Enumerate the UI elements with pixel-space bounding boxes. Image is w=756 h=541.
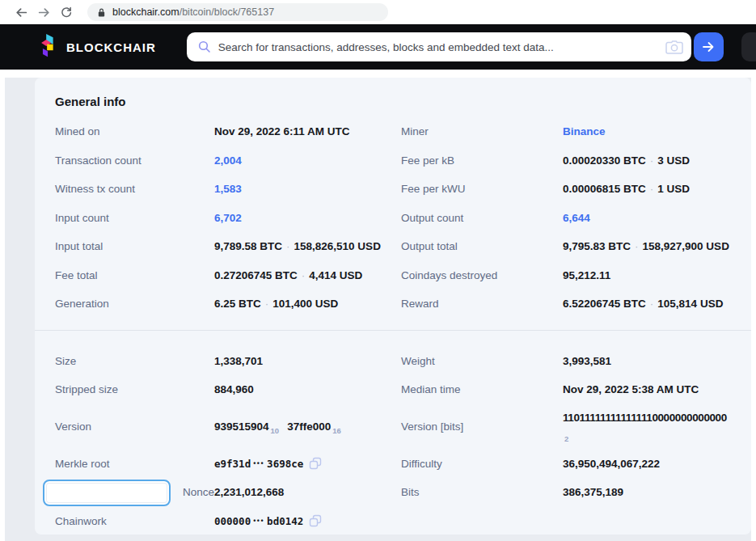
row-value-link[interactable]: 1,583 bbox=[214, 183, 242, 195]
binary-line: 110111111111111110000000000000 bbox=[563, 410, 727, 427]
general-info-grid: Mined onNov 29, 2022 6:11 AM UTCMinerBin… bbox=[55, 117, 751, 319]
row-label: Transaction count bbox=[55, 146, 214, 175]
row-label-text: Transaction count bbox=[55, 154, 141, 167]
row-value-text: 2,231,012,668 bbox=[214, 486, 284, 498]
blockchair-logo[interactable]: BLOCKCHAIR bbox=[39, 34, 156, 60]
site-header: BLOCKCHAIR bbox=[0, 24, 756, 70]
row-label: Chainwork bbox=[55, 507, 214, 535]
row-value-text: 95,212.11 bbox=[563, 269, 610, 281]
dot-separator: · bbox=[265, 298, 269, 310]
camera-icon bbox=[665, 40, 683, 55]
row-value: 3,993,581 bbox=[563, 347, 751, 376]
row-value-link[interactable]: 2,004 bbox=[214, 154, 242, 167]
row-value: 0.00020330 BTC·3 USD bbox=[563, 146, 751, 175]
btc-amount: 0.00006815 BTC bbox=[563, 183, 646, 195]
row-label-text: Reward bbox=[401, 298, 439, 310]
row-label: Weight bbox=[401, 347, 563, 376]
forward-arrow-icon bbox=[37, 6, 51, 19]
copy-icon bbox=[309, 457, 322, 470]
binary-base-line: 2 bbox=[563, 427, 568, 444]
row-label-text: Output total bbox=[401, 240, 458, 252]
hash-mask: ••• bbox=[253, 517, 264, 525]
row-value-link[interactable]: 6,702 bbox=[214, 212, 242, 224]
row-value: 1,583 bbox=[214, 175, 401, 204]
hash-start: 000000 bbox=[214, 515, 251, 527]
row-value: 36,950,494,067,222 bbox=[563, 450, 751, 479]
row-label: Mined on bbox=[55, 117, 214, 146]
usd-amount: 158,927,900 USD bbox=[643, 240, 729, 252]
row-value-text: 36,950,494,067,222 bbox=[563, 458, 660, 470]
header-menu-button[interactable] bbox=[741, 32, 756, 61]
search-icon bbox=[197, 40, 212, 54]
row-value: 95,212.11 bbox=[563, 261, 751, 290]
reload-icon bbox=[60, 6, 73, 19]
search-field[interactable] bbox=[187, 32, 691, 61]
usd-amount: 1 USD bbox=[657, 183, 690, 195]
url-domain: blockchair.com bbox=[112, 6, 179, 18]
base-value: 939515904 bbox=[214, 421, 269, 433]
address-bar[interactable]: blockchair.com/bitcoin/block/765137 bbox=[87, 3, 388, 21]
row-label: Reward bbox=[401, 290, 563, 319]
camera-search-button[interactable] bbox=[665, 40, 683, 55]
row-label-text: Input count bbox=[55, 212, 109, 224]
block-info-card: General info Mined onNov 29, 2022 6:11 A… bbox=[35, 78, 751, 535]
btc-amount: 0.27206745 BTC bbox=[214, 269, 298, 281]
dot-separator: · bbox=[286, 240, 290, 252]
reload-button[interactable] bbox=[55, 2, 78, 22]
btc-amount: 0.00020330 BTC bbox=[563, 154, 646, 167]
dot-separator: · bbox=[635, 240, 639, 252]
row-label-text: Version [bits] bbox=[401, 421, 463, 433]
usd-amount: 105,814 USD bbox=[657, 298, 723, 310]
row-value: 1,338,701 bbox=[214, 347, 401, 376]
row-value: 0.27206745 BTC·4,414 USD bbox=[214, 261, 401, 290]
row-value bbox=[563, 507, 751, 535]
row-label-text: Chainwork bbox=[55, 515, 107, 527]
blockchair-logo-icon bbox=[39, 34, 58, 60]
forward-button[interactable] bbox=[32, 2, 55, 22]
row-label: Fee total bbox=[55, 261, 214, 290]
row-value-link[interactable]: 6,644 bbox=[563, 212, 590, 224]
back-button[interactable] bbox=[10, 2, 32, 22]
details-grid: Size1,338,701Weight3,993,581Stripped siz… bbox=[55, 347, 751, 535]
search-submit-button[interactable] bbox=[694, 32, 724, 61]
row-label-text: Input total bbox=[55, 240, 103, 252]
base-subscript: 10 bbox=[271, 426, 280, 435]
dot-separator: · bbox=[650, 154, 654, 167]
row-label-text: Mined on bbox=[55, 125, 100, 137]
row-value-text: Nov 29, 2022 5:38 AM UTC bbox=[563, 383, 699, 395]
row-value: Nov 29, 2022 5:38 AM UTC bbox=[563, 375, 751, 404]
row-value: 386,375,189 bbox=[563, 478, 751, 507]
search-input[interactable] bbox=[212, 41, 665, 53]
row-value: e9f31d•••3698ce bbox=[214, 450, 401, 479]
browser-toolbar: blockchair.com/bitcoin/block/765137 bbox=[0, 0, 756, 24]
row-label: Bits bbox=[401, 478, 563, 507]
row-value: 9,795.83 BTC·158,927,900 USD bbox=[563, 232, 751, 261]
row-label: Stripped size bbox=[55, 375, 214, 404]
copy-button[interactable] bbox=[309, 457, 322, 470]
row-label: Version [bits] bbox=[401, 404, 563, 450]
row-label: Output count bbox=[401, 204, 563, 233]
base-subscript: 16 bbox=[332, 426, 341, 435]
row-label-text: Median time bbox=[401, 383, 461, 395]
row-label: Fee per kWU bbox=[401, 175, 563, 204]
copy-icon bbox=[309, 514, 322, 527]
row-label-text: Coindays destroyed bbox=[401, 269, 497, 281]
row-label: Witness tx count bbox=[55, 175, 214, 204]
row-label-text: Merkle root bbox=[55, 458, 110, 470]
copy-button[interactable] bbox=[309, 514, 322, 527]
row-value: Binance bbox=[563, 117, 751, 146]
row-label: Size bbox=[55, 347, 214, 376]
search-bar bbox=[187, 32, 724, 61]
row-label: Miner bbox=[401, 117, 563, 146]
row-value-link[interactable]: Binance bbox=[563, 125, 606, 137]
row-value: Nov 29, 2022 6:11 AM UTC bbox=[214, 117, 401, 146]
row-label-text: Bits bbox=[401, 486, 420, 498]
btc-amount: 6.25 BTC bbox=[214, 298, 261, 310]
row-label-text: Difficulty bbox=[401, 458, 442, 470]
binary-value: 110111111111111110000000000000 bbox=[563, 412, 727, 424]
row-value-text: 1,338,701 bbox=[214, 355, 263, 367]
row-label: Fee per kB bbox=[401, 146, 563, 175]
value-with-base: 93951590410 bbox=[214, 421, 279, 433]
row-value: 0.00006815 BTC·1 USD bbox=[563, 175, 751, 204]
row-value-text: 386,375,189 bbox=[563, 486, 623, 498]
